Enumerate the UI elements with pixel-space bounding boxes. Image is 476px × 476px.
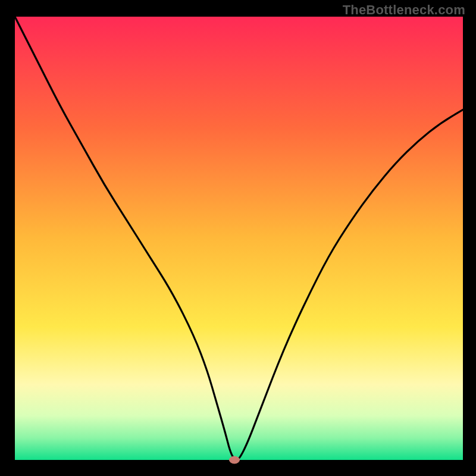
minimum-marker — [229, 456, 240, 464]
bottleneck-chart — [0, 0, 476, 476]
chart-frame: TheBottleneck.com — [0, 0, 476, 476]
plot-background — [15, 17, 463, 460]
watermark-text: TheBottleneck.com — [343, 2, 465, 18]
